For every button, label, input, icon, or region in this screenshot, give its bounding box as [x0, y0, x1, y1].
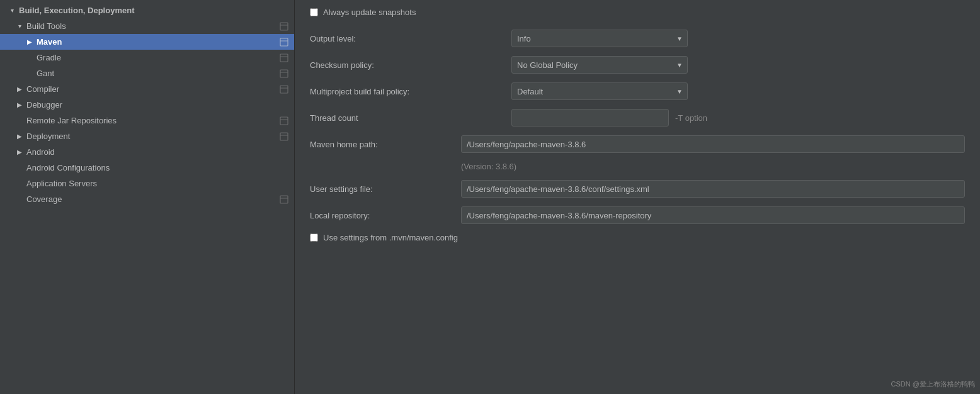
settings-icon — [279, 132, 289, 141]
always-update-snapshots-row: Always update snapshots — [310, 8, 965, 17]
sidebar-item-coverage[interactable]: ▶ Coverage — [0, 191, 294, 207]
output-level-row: Output level: Info Debug Quiet ▼ — [310, 30, 965, 47]
output-level-select[interactable]: Info Debug Quiet — [511, 30, 688, 47]
sidebar-item-android[interactable]: ▶ Android — [0, 144, 294, 160]
svg-rect-0 — [280, 23, 288, 30]
chevron-right-icon: ▶ — [15, 132, 24, 141]
maven-home-input[interactable] — [461, 135, 965, 153]
maven-home-control — [461, 135, 965, 153]
sidebar-item-remote-jar-repositories[interactable]: ▶ Remote Jar Repositories — [0, 113, 294, 128]
svg-rect-2 — [280, 38, 288, 46]
multiproject-row: Multiproject build fail policy: Default … — [310, 82, 965, 100]
sidebar-item-deployment[interactable]: ▶ Deployment — [0, 128, 294, 144]
local-repo-row: Local repository: — [310, 206, 965, 224]
sidebar-item-application-servers[interactable]: ▶ Application Servers — [0, 176, 294, 191]
checksum-policy-row: Checksum policy: No Global Policy Warn F… — [310, 56, 965, 74]
chevron-right-icon: ▶ — [25, 38, 34, 47]
settings-icon — [279, 38, 289, 47]
sidebar-item-label: Application Servers — [26, 179, 289, 188]
sidebar-item-label: Gant — [37, 69, 279, 78]
sidebar-item-label: Gradle — [37, 53, 279, 62]
local-repo-input[interactable] — [461, 206, 965, 224]
thread-count-control: -T option — [511, 109, 965, 127]
settings-icon — [279, 22, 289, 31]
t-option-label: -T option — [675, 113, 707, 123]
settings-panel: Always update snapshots Output level: In… — [295, 0, 980, 266]
maven-version-row: (Version: 3.8.6) — [310, 162, 965, 171]
svg-rect-14 — [280, 196, 288, 203]
sidebar-item-label: Maven — [37, 37, 279, 47]
svg-rect-8 — [280, 86, 288, 93]
checksum-policy-select[interactable]: No Global Policy Warn Fail Ignore — [511, 56, 688, 74]
multiproject-select[interactable]: Default After Current Never — [511, 82, 688, 100]
multiproject-label: Multiproject build fail policy: — [310, 87, 511, 96]
svg-rect-10 — [280, 117, 288, 125]
settings-icon — [279, 69, 289, 78]
thread-count-input[interactable] — [511, 109, 669, 127]
sidebar-item-label: Deployment — [26, 132, 279, 141]
sidebar-item-android-configurations[interactable]: ▶ Android Configurations — [0, 160, 294, 176]
sidebar-item-debugger[interactable]: ▶ Debugger — [0, 97, 294, 113]
maven-home-row: Maven home path: — [310, 135, 965, 153]
sidebar-item-label: Debugger — [26, 100, 289, 110]
output-level-label: Output level: — [310, 34, 511, 43]
local-repo-label: Local repository: — [310, 211, 461, 220]
use-settings-checkbox[interactable] — [310, 234, 318, 242]
sidebar: ▾ Build, Execution, Deployment ▾ Build T… — [0, 0, 295, 394]
thread-count-label: Thread count — [310, 113, 511, 123]
user-settings-input[interactable] — [461, 180, 965, 198]
checksum-policy-label: Checksum policy: — [310, 60, 511, 70]
always-update-snapshots-checkbox[interactable] — [310, 8, 318, 16]
thread-count-row: Thread count -T option — [310, 109, 965, 127]
output-level-control: Info Debug Quiet ▼ — [511, 30, 965, 47]
sidebar-item-gant[interactable]: ▶ Gant — [0, 65, 294, 81]
sidebar-item-maven[interactable]: ▶ Maven — [0, 34, 294, 50]
maven-version-text: (Version: 3.8.6) — [461, 162, 516, 171]
chevron-right-icon: ▶ — [15, 101, 24, 110]
chevron-right-icon: ▶ — [15, 148, 24, 157]
use-settings-row: Use settings from .mvn/maven.config — [310, 233, 965, 242]
sidebar-item-label: Build Tools — [26, 21, 279, 31]
checksum-policy-control: No Global Policy Warn Fail Ignore ▼ — [511, 56, 965, 74]
user-settings-control — [461, 180, 965, 198]
sidebar-item-label: Coverage — [26, 194, 279, 204]
main-content: Always update snapshots Output level: In… — [295, 0, 980, 394]
checksum-policy-dropdown-wrapper: No Global Policy Warn Fail Ignore ▼ — [511, 56, 688, 74]
user-settings-label: User settings file: — [310, 184, 461, 194]
sidebar-item-build-execution-deployment[interactable]: ▾ Build, Execution, Deployment — [0, 3, 294, 18]
sidebar-item-label: Android Configurations — [26, 163, 289, 172]
sidebar-item-label: Android — [26, 147, 289, 157]
chevron-right-icon: ▶ — [15, 85, 24, 94]
sidebar-item-build-tools[interactable]: ▾ Build Tools — [0, 18, 294, 34]
chevron-down-icon: ▾ — [8, 6, 16, 15]
local-repo-control — [461, 206, 965, 224]
settings-icon — [279, 53, 289, 62]
svg-rect-4 — [280, 54, 288, 62]
settings-icon — [279, 85, 289, 94]
user-settings-row: User settings file: — [310, 180, 965, 198]
svg-rect-6 — [280, 70, 288, 77]
sidebar-item-gradle[interactable]: ▶ Gradle — [0, 50, 294, 65]
multiproject-dropdown-wrapper: Default After Current Never ▼ — [511, 82, 688, 100]
settings-icon — [279, 116, 289, 125]
multiproject-control: Default After Current Never ▼ — [511, 82, 965, 100]
always-update-snapshots-label: Always update snapshots — [323, 8, 416, 17]
output-level-dropdown-wrapper: Info Debug Quiet ▼ — [511, 30, 688, 47]
sidebar-item-label: Build, Execution, Deployment — [19, 6, 289, 15]
maven-home-label: Maven home path: — [310, 140, 461, 149]
sidebar-item-label: Remote Jar Repositories — [26, 116, 279, 125]
settings-icon — [279, 195, 289, 204]
sidebar-item-label: Compiler — [26, 84, 279, 94]
use-settings-label: Use settings from .mvn/maven.config — [323, 233, 458, 242]
chevron-down-icon: ▾ — [15, 22, 24, 31]
sidebar-item-compiler[interactable]: ▶ Compiler — [0, 81, 294, 97]
svg-rect-12 — [280, 133, 288, 140]
